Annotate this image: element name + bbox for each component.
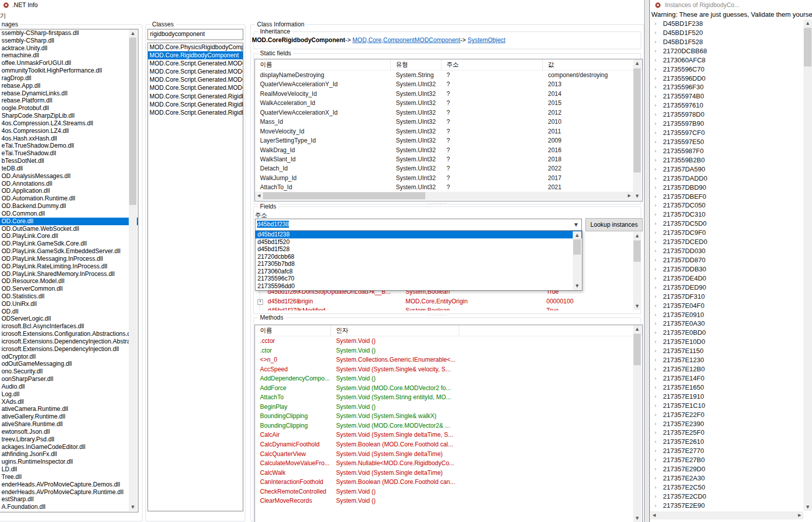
images-list-item[interactable]: ackages.InGameCodeEditor.dll	[0, 443, 138, 451]
images-list-item[interactable]: XAds.dll	[0, 398, 138, 406]
instance-row[interactable]: ›217357E2C50	[650, 483, 803, 492]
chevron-right-icon[interactable]: ›	[654, 65, 656, 74]
static-field-row[interactable]: RealMoveVelocity_IdSystem.UInt32?2014	[255, 89, 642, 98]
methods-vscrollbar[interactable]: ▲ ▼	[633, 325, 641, 522]
scroll-up-icon[interactable]: ▲	[633, 59, 641, 67]
instance-row[interactable]: ›217357E25F0	[650, 428, 803, 437]
images-list-item[interactable]: rebase.Platform.dll	[0, 97, 138, 105]
scroll-down-icon[interactable]: ▼	[573, 282, 581, 290]
method-row[interactable]: CalcAirSystem.Void (System.Single deltaT…	[255, 430, 642, 440]
instance-row[interactable]: ›217357E04F0	[650, 301, 803, 310]
column-header[interactable]: 이름	[255, 325, 331, 336]
images-list-scrollbar[interactable]: ▲ ▼	[129, 29, 137, 511]
images-list-item[interactable]: athfinding.JsonFx.dll	[0, 450, 138, 458]
images-list-item[interactable]: LD.dll	[0, 466, 138, 473]
scroll-thumb[interactable]	[129, 38, 136, 205]
classes-list-item[interactable]: MOD.Core.Script.Generated.MODC	[148, 67, 243, 76]
instance-row[interactable]: ›D45BD1F528	[650, 38, 803, 47]
images-list-item[interactable]: oonSharpParser.dll	[0, 375, 138, 383]
chevron-right-icon[interactable]: ›	[654, 201, 656, 210]
chevron-right-icon[interactable]: ›	[654, 237, 656, 247]
scroll-up-icon[interactable]: ▲	[633, 325, 641, 333]
static-fields-hscrollbar[interactable]: ◀ ▶	[255, 192, 633, 200]
scroll-up-icon[interactable]: ▲	[129, 29, 137, 37]
instance-row[interactable]: ›217355974B0	[650, 92, 803, 101]
images-list-item[interactable]: rebase.DynamicLinks.dll	[0, 90, 138, 97]
dropdown-item[interactable]: 21735596dd0	[255, 283, 582, 290]
instance-row[interactable]: ›21735597E50	[650, 137, 803, 147]
images-list-item[interactable]: OD.PlayLink.GameSdk.EmbeddedServer.dll	[0, 248, 138, 255]
chevron-right-icon[interactable]: ›	[654, 38, 656, 47]
method-row[interactable]: BoundingClippingSystem.Void (System.Sing…	[255, 411, 642, 421]
images-list-item[interactable]: OD.Annotations.dll	[0, 180, 138, 188]
images-list-item[interactable]: OD.UniRx.dll	[0, 300, 138, 308]
images-list-item[interactable]: OD.Backend.Dummy.dll	[0, 202, 138, 210]
images-list-item[interactable]: OD.PlayLink.SharedMemory.InProcess.dll	[0, 270, 138, 278]
chevron-right-icon[interactable]: ›	[654, 128, 656, 137]
scroll-up-icon[interactable]: ▲	[573, 231, 581, 239]
instance-row[interactable]: ›217357E14F0	[650, 374, 803, 383]
chevron-right-icon[interactable]: ›	[654, 183, 656, 192]
instance-row[interactable]: ›217357E1C10	[650, 401, 803, 410]
instance-row[interactable]: ›217357DBEF0	[650, 192, 803, 201]
scroll-thumb[interactable]	[634, 334, 641, 365]
images-list-item[interactable]: Tree.dll	[0, 473, 138, 481]
scroll-down-icon[interactable]: ▼	[633, 514, 641, 522]
instance-row[interactable]: ›21735596F30	[650, 83, 803, 92]
inheritance-link-parent[interactable]: MOD,Core,ComponentMODComponent	[352, 37, 460, 44]
scroll-thumb[interactable]	[634, 240, 641, 262]
images-list-item[interactable]: bTessDotNet.dll	[0, 157, 138, 165]
images-list-item[interactable]: icrosoft.Extensions.Configuration.Abstra…	[0, 330, 138, 338]
images-list-item[interactable]: OD.Core.dll	[0, 218, 138, 225]
chevron-right-icon[interactable]: ›	[654, 383, 656, 392]
instance-row[interactable]: ›21735597610	[650, 101, 803, 110]
static-field-row[interactable]: WalkSlant_IdSystem.UInt32?2018	[255, 155, 642, 164]
chevron-right-icon[interactable]: ›	[654, 501, 656, 510]
chevron-right-icon[interactable]: ›	[654, 137, 656, 147]
images-list-item[interactable]: ODServerLogic.dll	[0, 315, 138, 323]
static-field-row[interactable]: QuaterViewAccelerationX_IdSystem.UInt32?…	[255, 108, 642, 117]
method-row[interactable]: BeginPlaySystem.Void ()	[255, 402, 642, 412]
chevron-right-icon[interactable]: ›	[654, 192, 656, 201]
column-header[interactable]	[459, 325, 642, 336]
images-list-item[interactable]: acktrace.Unity.dll	[0, 45, 138, 52]
images-list-item[interactable]: nemachine.dll	[0, 52, 138, 59]
instances-hscrollbar[interactable]: ◀ ▶	[650, 511, 803, 519]
lookup-instances-button[interactable]: Lookup instances	[585, 218, 643, 231]
instance-row[interactable]: ›217357DD870	[650, 256, 803, 265]
static-fields-vscrollbar[interactable]: ▲ ▼	[633, 59, 641, 200]
scroll-left-icon[interactable]: ◀	[650, 511, 658, 519]
inheritance-link-object[interactable]: SystemObject	[467, 37, 505, 44]
static-field-row[interactable]: AttachTo_IdSystem.UInt32?2021	[255, 183, 642, 192]
instance-row[interactable]: ›217357E2A30	[650, 474, 803, 483]
instance-row[interactable]: ›217357E29D0	[650, 465, 803, 474]
images-list-item[interactable]: SharpCode.SharpZipLib.dll	[0, 112, 138, 120]
instance-row[interactable]: ›217357E0910	[650, 310, 803, 320]
chevron-right-icon[interactable]: ›	[654, 56, 656, 65]
chevron-right-icon[interactable]: ›	[654, 28, 656, 38]
images-list-item[interactable]: OD.AnalysisMessages.dll	[0, 172, 138, 180]
chevron-right-icon[interactable]: ›	[654, 147, 656, 156]
instance-row[interactable]: ›217357DBD90	[650, 183, 803, 192]
images-list-item[interactable]: ssembly-CSharp-firstpass.dll	[0, 29, 138, 37]
field-tree-row[interactable]: d45bd1f270isModifiedSystem,BooleanTrue	[254, 306, 633, 310]
instance-row[interactable]: ›217357E2E90	[650, 501, 803, 510]
instance-row[interactable]: ›217357DD030	[650, 247, 803, 256]
instance-row[interactable]: ›217357E2390	[650, 420, 803, 429]
method-row[interactable]: BoundingClippingSystem.Void (MOD.Core.MO…	[255, 421, 642, 431]
images-list-item[interactable]: icrosoft.Bcl.AsyncInterfaces.dll	[0, 323, 138, 330]
instance-row[interactable]: ›217355987F0	[650, 147, 803, 156]
static-field-row[interactable]: QuaterViewAccelerationY_IdSystem.UInt32?…	[255, 80, 642, 89]
dropdown-scrollbar[interactable]: ▲ ▼	[573, 231, 581, 290]
column-header[interactable]: 유형	[391, 59, 441, 70]
class-filter-input[interactable]: rigidbodycomponent	[147, 29, 243, 40]
method-row[interactable]: CheckRemoteControlledSystem.Void ()	[255, 487, 642, 497]
combobox-dropdown-icon[interactable]: ▼	[571, 219, 581, 230]
instance-row[interactable]: ›217357DF310	[650, 292, 803, 301]
instance-row[interactable]: ›2173559B2B0	[650, 156, 803, 165]
instance-row[interactable]: ›217357E0A30	[650, 319, 803, 328]
chevron-right-icon[interactable]: ›	[654, 365, 656, 374]
images-list-item[interactable]: OD.PlayLink.GameSdk.Core.dll	[0, 240, 138, 248]
static-field-row[interactable]: LayerSettingType_IdSystem.UInt32?2009	[255, 136, 642, 145]
chevron-right-icon[interactable]: ›	[654, 174, 656, 183]
